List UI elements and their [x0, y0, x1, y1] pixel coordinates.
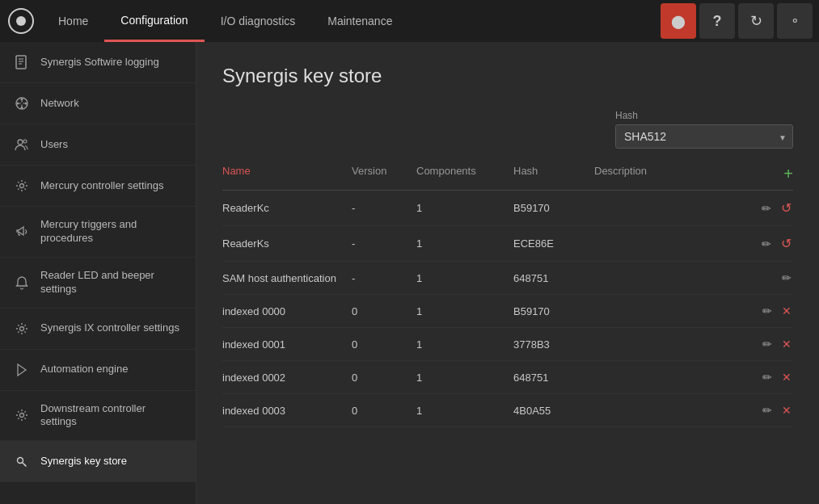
cell-version: 0: [352, 372, 416, 384]
svg-point-5: [21, 99, 23, 101]
svg-point-13: [18, 140, 23, 145]
row-actions: ✏ ✕: [745, 336, 793, 352]
delete-button[interactable]: ✕: [780, 402, 793, 418]
cell-version: -: [352, 237, 416, 250]
top-nav: Home Configuration I/O diagnostics Maint…: [0, 0, 819, 42]
row-actions: ✏: [745, 270, 793, 286]
cell-components: 1: [416, 305, 513, 317]
sidebar-item-synergis-key-store[interactable]: Synergis key store: [0, 441, 196, 482]
nav-io-diagnostics[interactable]: I/O diagnostics: [205, 0, 312, 42]
megaphone-icon: [13, 223, 31, 241]
edit-button[interactable]: ✏: [761, 369, 774, 385]
cell-name: indexed 0003: [222, 405, 352, 417]
edit-button[interactable]: ✏: [761, 402, 774, 418]
sidebar-item-users[interactable]: Users: [0, 124, 196, 166]
key-icon: [13, 452, 31, 470]
row-actions: ✏ ↺: [745, 234, 793, 253]
add-key-button[interactable]: +: [783, 165, 793, 183]
bell-icon: [13, 274, 31, 292]
col-header-hash: Hash: [513, 165, 594, 183]
cell-version: 0: [352, 405, 416, 417]
nav-items: Home Configuration I/O diagnostics Maint…: [42, 0, 661, 42]
edit-button[interactable]: ✏: [761, 303, 774, 319]
edit-button[interactable]: ✏: [780, 270, 793, 286]
help-button[interactable]: ?: [699, 3, 735, 39]
cell-components: 1: [416, 202, 513, 214]
col-header-components: Components: [416, 165, 513, 183]
edit-button[interactable]: ✏: [760, 236, 773, 252]
cell-name: indexed 0000: [222, 305, 352, 317]
cell-version: -: [352, 272, 416, 284]
sidebar-item-automation-engine[interactable]: Automation engine: [0, 350, 196, 391]
table-row: indexed 0001 0 1 3778B3 ✏ ✕: [222, 328, 793, 361]
cell-hash: B59170: [513, 305, 594, 317]
sidebar-item-reader-led-and-beeper-settings[interactable]: Reader LED and beeper settings: [0, 258, 196, 309]
svg-marker-19: [18, 364, 26, 376]
content-area: Synergis key store Hash SHA512 SHA256 MD…: [196, 42, 819, 504]
table-row: ReaderKc - 1 B59170 ✏ ↺: [222, 191, 793, 226]
cell-name: indexed 0001: [222, 338, 352, 351]
cell-components: 1: [416, 272, 513, 284]
cell-components: 1: [416, 405, 513, 417]
logo-circle: [8, 8, 34, 34]
users-icon: [13, 136, 31, 153]
sidebar-item-synergis-softwire-logging[interactable]: Synergis Softwire logging: [0, 42, 196, 83]
svg-rect-0: [16, 56, 26, 69]
cell-components: 1: [416, 237, 513, 250]
refresh-button[interactable]: ↻: [738, 3, 774, 39]
cell-hash: 648751: [513, 372, 594, 384]
row-actions: ✏ ✕: [745, 402, 793, 418]
sidebar-item-mercury-controller-settings[interactable]: Mercury controller settings: [0, 166, 196, 207]
sidebar-item-mercury-triggers-and-procedures[interactable]: Mercury triggers and procedures: [0, 207, 196, 258]
table-row: SAM host authentication - 1 648751 ✏: [222, 262, 793, 295]
sidebar-label-downstream-controller-settings: Downstream controller settings: [40, 402, 183, 430]
sidebar-item-network[interactable]: Network: [0, 83, 196, 124]
edit-button[interactable]: ✏: [760, 200, 773, 216]
hash-selector-row: Hash SHA512 SHA256 MD5: [222, 110, 793, 149]
sidebar: Synergis Softwire logging Network Users …: [0, 42, 196, 504]
col-header-description: Description: [594, 165, 745, 183]
col-header-actions: +: [745, 165, 793, 183]
nav-configuration[interactable]: Configuration: [104, 0, 204, 42]
status-button[interactable]: ⬤: [661, 3, 696, 39]
user-button[interactable]: ⚬: [777, 3, 813, 39]
cell-version: 0: [352, 338, 416, 351]
svg-point-7: [17, 103, 19, 105]
cell-hash: ECE86E: [513, 237, 594, 250]
hash-label: Hash: [615, 110, 793, 121]
sidebar-label-mercury-controller-settings: Mercury controller settings: [40, 179, 163, 193]
main-layout: Synergis Softwire logging Network Users …: [0, 42, 819, 504]
hash-select[interactable]: SHA512 SHA256 MD5: [615, 124, 793, 149]
sidebar-label-network: Network: [40, 97, 79, 111]
logo-inner: [16, 16, 26, 26]
svg-point-21: [18, 458, 23, 464]
svg-point-20: [20, 414, 24, 418]
svg-line-22: [24, 464, 26, 466]
delete-button[interactable]: ✕: [780, 303, 793, 319]
cell-hash: B59170: [513, 202, 594, 214]
reset-button[interactable]: ↺: [779, 234, 793, 253]
downstream-icon: [13, 406, 31, 424]
logo: [0, 0, 42, 42]
table-row: ReaderKs - 1 ECE86E ✏ ↺: [222, 226, 793, 262]
delete-button[interactable]: ✕: [780, 336, 793, 352]
cell-hash: 4B0A55: [513, 405, 594, 417]
table-row: indexed 0002 0 1 648751 ✏ ✕: [222, 361, 793, 394]
nav-home[interactable]: Home: [42, 0, 104, 42]
cell-name: SAM host authentication: [222, 272, 352, 284]
cell-components: 1: [416, 372, 513, 384]
col-header-name: Name: [222, 165, 352, 183]
sidebar-label-mercury-triggers-and-procedures: Mercury triggers and procedures: [40, 218, 183, 246]
cell-name: ReaderKs: [222, 237, 352, 250]
nav-maintenance[interactable]: Maintenance: [311, 0, 408, 42]
hash-select-wrapper: Hash SHA512 SHA256 MD5: [615, 110, 793, 149]
edit-button[interactable]: ✏: [761, 336, 774, 352]
delete-button[interactable]: ✕: [780, 369, 793, 385]
cell-name: indexed 0002: [222, 372, 352, 384]
sidebar-item-downstream-controller-settings[interactable]: Downstream controller settings: [0, 391, 196, 442]
row-actions: ✏ ✕: [745, 369, 793, 385]
page-title: Synergis key store: [222, 65, 793, 87]
cell-version: -: [352, 202, 416, 214]
reset-button[interactable]: ↺: [779, 199, 793, 217]
sidebar-item-synergis-ix-controller-settings[interactable]: Synergis IX controller settings: [0, 309, 196, 350]
